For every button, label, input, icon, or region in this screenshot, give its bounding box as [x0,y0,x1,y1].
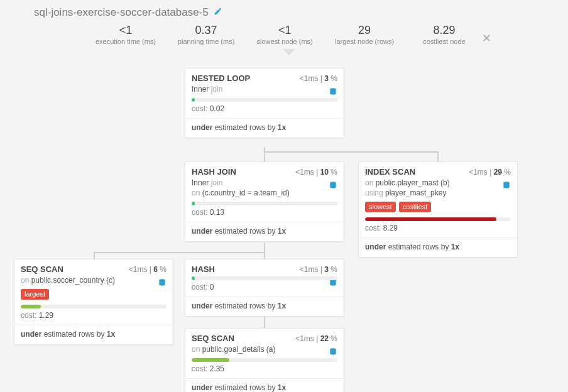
node-title: SEQ SCAN [21,264,63,274]
node-nested-loop[interactable]: NESTED LOOP<1ms | 3 %Inner joincost: 0.0… [185,68,344,138]
node-estimate: under estimated rows by 1x [359,238,517,257]
node-cost: cost: 2.35 [185,364,344,377]
node-index-scan[interactable]: INDEX SCAN<1ms | 29 %on public.player_ma… [358,161,518,258]
node-estimate: under estimated rows by 1x [185,119,344,138]
node-hash-join[interactable]: HASH JOIN<1ms | 10 %Inner joinon (c.coun… [185,161,344,242]
page-title: sql-joins-exercise-soccer-database-5 [34,6,209,19]
cost-bar [192,98,337,102]
metric-largest-node: 29 largest node (rows) [335,24,394,45]
badge-costliest: costliest [399,202,432,212]
badge-slowest: slowest [365,202,396,212]
node-title: INDEX SCAN [365,167,415,177]
node-subtitle: Inner joinon (c.country_id = a.team_id) [185,178,344,200]
node-cost: cost: 1.29 [14,311,173,324]
node-stats: <1ms | 22 % [295,334,337,343]
edit-title-icon[interactable] [214,6,222,19]
node-cost: cost: 0 [185,283,344,295]
metric-costliest-node: 8.29 costliest node [416,24,472,45]
database-icon[interactable] [329,181,337,192]
node-subtitle: on public.goal_details (a) [185,344,344,357]
node-title: SEQ SCAN [192,334,234,343]
node-subtitle: Inner join [185,84,344,97]
database-icon[interactable] [329,87,337,98]
cost-bar [21,305,167,308]
node-subtitle: on public.soccer_country (c) [14,275,173,288]
node-estimate: under estimated rows by 1x [185,379,344,392]
metric-slowest-node: <1 slowest node (ms) [256,24,313,45]
node-cost: cost: 8.29 [359,224,517,236]
node-stats: <1ms | 10 % [295,168,337,177]
cost-bar [365,217,511,221]
node-estimate: under estimated rows by 1x [14,325,173,344]
database-icon[interactable] [158,278,167,289]
node-estimate: under estimated rows by 1x [185,297,344,316]
node-hash[interactable]: HASH<1ms | 3 %cost: 0under estimated row… [185,259,344,317]
plan-canvas: NESTED LOOP<1ms | 3 %Inner joincost: 0.0… [0,58,568,384]
metric-planning-time: 0.37 planning time (ms) [178,24,234,45]
cost-bar [192,358,337,362]
badge-largest: largest [21,289,49,300]
node-cost: cost: 0.02 [185,104,344,117]
node-seq-scan-goal[interactable]: SEQ SCAN<1ms | 22 %on public.goal_detail… [185,328,344,392]
close-icon[interactable]: ✕ [482,31,491,45]
node-stats: <1ms | 3 % [300,74,337,83]
node-cost: cost: 0.13 [185,208,344,220]
database-icon[interactable] [502,181,511,192]
metrics-bar: <1 execution time (ms) 0.37 planning tim… [96,21,472,50]
metric-execution-time: <1 execution time (ms) [96,24,156,45]
node-seq-scan-country[interactable]: SEQ SCAN<1ms | 6 %on public.soccer_count… [14,259,173,345]
page-title-row: sql-joins-exercise-soccer-database-5 [0,0,568,19]
node-title: HASH [192,264,215,274]
node-title: HASH JOIN [192,167,236,177]
node-stats: <1ms | 29 % [469,168,511,177]
node-stats: <1ms | 6 % [129,265,167,274]
cost-bar [192,276,337,280]
cost-bar [192,202,337,205]
node-stats: <1ms | 3 % [300,265,337,274]
node-title: NESTED LOOP [192,74,250,83]
database-icon[interactable] [329,347,337,358]
node-estimate: under estimated rows by 1x [185,222,344,241]
node-subtitle: on public.player_mast (b)using player_ma… [359,178,517,200]
